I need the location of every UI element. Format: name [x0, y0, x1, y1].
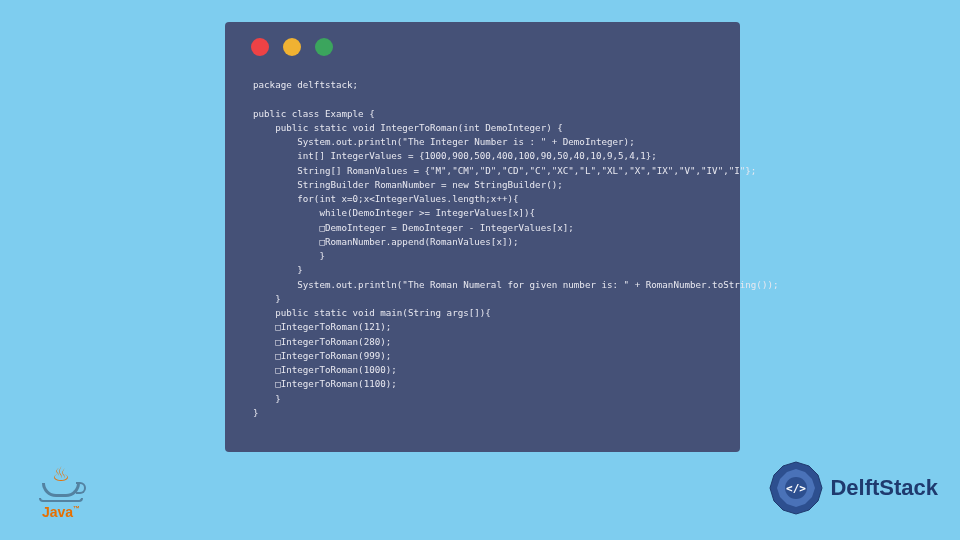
- java-cup-icon: [42, 483, 80, 497]
- code-line: for(int x=0;x<IntegerValues.length;x++){: [253, 193, 519, 204]
- code-line: □RomanNumber.append(RomanValues[x]);: [253, 236, 519, 247]
- code-line: }: [253, 250, 325, 261]
- code-line: System.out.println("The Integer Number i…: [253, 136, 635, 147]
- code-line: }: [253, 393, 281, 404]
- code-line: public static void IntegerToRoman(int De…: [253, 122, 563, 133]
- code-line: StringBuilder RomanNumber = new StringBu…: [253, 179, 563, 190]
- code-line: while(DemoInteger >= IntegerValues[x]){: [253, 207, 535, 218]
- java-logo: ♨ Java: [32, 468, 90, 520]
- code-line: }: [253, 293, 281, 304]
- delftstack-logo: </> DelftStack: [768, 460, 938, 516]
- java-saucer-icon: [39, 498, 83, 502]
- maximize-icon[interactable]: [315, 38, 333, 56]
- code-line: □IntegerToRoman(121);: [253, 321, 391, 332]
- code-line: □IntegerToRoman(1000);: [253, 364, 397, 375]
- code-line: □IntegerToRoman(280);: [253, 336, 391, 347]
- code-line: }: [253, 407, 259, 418]
- code-line: package delftstack;: [253, 79, 358, 90]
- code-line: □IntegerToRoman(1100);: [253, 378, 397, 389]
- code-block: package delftstack; public class Example…: [225, 56, 740, 420]
- code-line: public static void main(String args[]){: [253, 307, 491, 318]
- delftstack-label: DelftStack: [830, 475, 938, 501]
- java-steam-icon: ♨: [32, 468, 90, 480]
- window-controls: [225, 22, 740, 56]
- code-line: □IntegerToRoman(999);: [253, 350, 391, 361]
- close-icon[interactable]: [251, 38, 269, 56]
- code-line: □DemoInteger = DemoInteger - IntegerValu…: [253, 222, 574, 233]
- code-line: String[] RomanValues = {"M","CM","D","CD…: [253, 165, 756, 176]
- code-line: public class Example {: [253, 108, 375, 119]
- svg-text:</>: </>: [786, 482, 806, 495]
- java-label: Java: [32, 504, 90, 520]
- code-line: }: [253, 264, 303, 275]
- code-line: System.out.println("The Roman Numeral fo…: [253, 279, 778, 290]
- code-window: package delftstack; public class Example…: [225, 22, 740, 452]
- delftstack-badge-icon: </>: [768, 460, 824, 516]
- minimize-icon[interactable]: [283, 38, 301, 56]
- code-line: int[] IntegerValues = {1000,900,500,400,…: [253, 150, 657, 161]
